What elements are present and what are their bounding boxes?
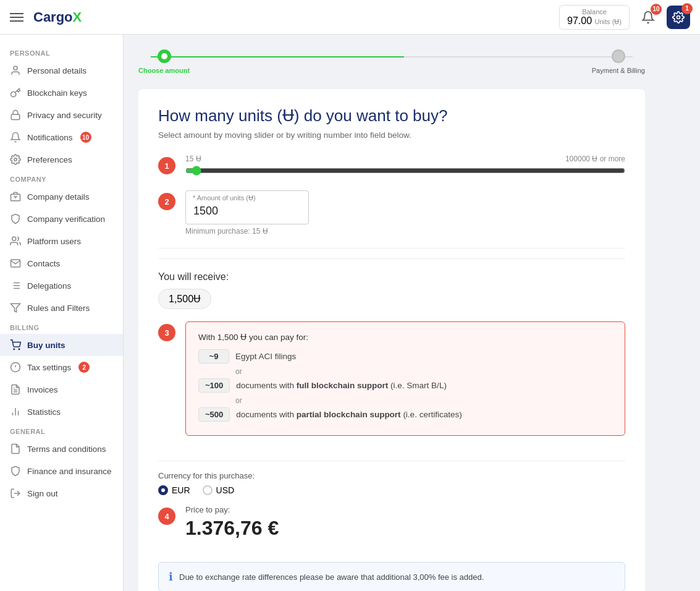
receive-value: 1,500Ʉ xyxy=(158,289,211,309)
payfor-row-1: ~9 Egypt ACI filings xyxy=(198,349,612,364)
person-icon xyxy=(10,65,21,76)
svg-point-3 xyxy=(14,158,17,161)
amount-input-section: * Amount of units (Ʉ) Minimum purchase: … xyxy=(185,190,625,236)
sidebar-label: Personal details xyxy=(27,66,86,75)
step-label-1: Choose amount xyxy=(138,67,190,74)
usd-label: USD xyxy=(216,485,235,495)
step-choose-amount: Choose amount xyxy=(138,49,190,74)
notifications-badge: 10 xyxy=(80,132,91,143)
main-card: How many units (Ʉ) do you want to buy? S… xyxy=(138,89,645,591)
sidebar: Personal Personal details Blockchain key… xyxy=(0,35,124,591)
step3-num: 3 xyxy=(158,324,175,341)
balance-box[interactable]: Balance 97.00 Units (Ʉ) xyxy=(559,5,630,30)
building-icon xyxy=(10,191,21,202)
svg-marker-14 xyxy=(11,304,20,312)
sidebar-label: Terms and conditions xyxy=(27,444,106,454)
sidebar-item-delegations[interactable]: Delegations xyxy=(0,274,123,297)
step-dot-2 xyxy=(612,49,625,63)
sidebar-item-buy-units[interactable]: Buy units xyxy=(0,334,123,356)
step4-num: 4 xyxy=(158,508,175,525)
sidebar-label: Platform users xyxy=(27,237,81,246)
filter-icon xyxy=(10,302,21,313)
svg-point-15 xyxy=(14,349,15,350)
step2-num: 2 xyxy=(158,193,175,210)
main-content: Choose amount Payment & Billing How many… xyxy=(124,35,700,591)
contacts-icon xyxy=(10,258,21,269)
currency-options: EUR USD xyxy=(158,485,625,495)
price-label: Price to pay: xyxy=(185,505,625,514)
sidebar-item-finance[interactable]: Finance and insurance xyxy=(0,460,123,482)
sidebar-item-contacts[interactable]: Contacts xyxy=(0,252,123,274)
step1-num: 1 xyxy=(158,157,175,174)
sidebar-item-company-verification[interactable]: Company verification xyxy=(0,208,123,230)
usd-radio[interactable] xyxy=(203,485,213,495)
eur-radio[interactable] xyxy=(158,485,168,495)
sidebar-item-invoices[interactable]: Invoices xyxy=(0,378,123,401)
settings-btn[interactable]: 1 xyxy=(667,6,690,29)
key-icon xyxy=(10,87,21,98)
sidebar-item-rules-filters[interactable]: Rules and Filters xyxy=(0,297,123,319)
notification-btn[interactable]: 10 xyxy=(637,6,659,28)
sidebar-item-notifications[interactable]: Notifications 10 xyxy=(0,126,123,148)
receive-label: You will receive: xyxy=(158,271,625,283)
sidebar-item-tax-settings[interactable]: Tax settings 2 xyxy=(0,356,123,378)
sidebar-item-privacy[interactable]: Privacy and security xyxy=(0,104,123,126)
slider-min: 15 Ʉ xyxy=(185,155,201,163)
payfor-text-2: documents with full blockchain support (… xyxy=(236,381,447,390)
sidebar-label: Company details xyxy=(27,192,90,202)
sidebar-item-statistics[interactable]: Statistics xyxy=(0,401,123,423)
nav-left: CargoX xyxy=(10,9,82,25)
payfor-chip-2: ~100 xyxy=(198,378,230,393)
sidebar-label: Buy units xyxy=(27,341,65,350)
sidebar-general-label: General xyxy=(0,423,123,438)
min-purchase-note: Minimum purchase: 15 Ʉ xyxy=(185,227,625,236)
sidebar-label: Privacy and security xyxy=(27,111,102,120)
progress-steps: Choose amount Payment & Billing xyxy=(138,49,645,74)
lock-icon xyxy=(10,109,21,121)
page-title: How many units (Ʉ) do you want to buy? xyxy=(158,106,625,125)
delegate-icon xyxy=(10,280,21,291)
currency-eur[interactable]: EUR xyxy=(158,485,190,495)
sidebar-personal-label: Personal xyxy=(0,45,123,59)
chart-icon xyxy=(10,406,21,417)
step4-row: 4 Price to pay: 1.376,76 € xyxy=(158,505,625,550)
svg-rect-2 xyxy=(11,114,20,119)
step3-row: 3 With 1,500 Ʉ you can pay for: ~9 Egypt… xyxy=(158,321,625,448)
hamburger-menu[interactable] xyxy=(10,13,23,22)
currency-usd[interactable]: USD xyxy=(203,485,235,495)
page-subtitle: Select amount by moving slider or by wri… xyxy=(158,130,625,140)
payfor-row-2: ~100 documents with full blockchain supp… xyxy=(198,378,612,393)
sidebar-item-preferences[interactable]: Preferences xyxy=(0,148,123,171)
sidebar-item-terms[interactable]: Terms and conditions xyxy=(0,438,123,460)
amount-field-label: * Amount of units (Ʉ) xyxy=(193,194,256,202)
svg-point-0 xyxy=(677,15,680,19)
sidebar-item-company-details[interactable]: Company details xyxy=(0,185,123,208)
sidebar-label: Statistics xyxy=(27,407,61,417)
payfor-section: With 1,500 Ʉ you can pay for: ~9 Egypt A… xyxy=(185,321,625,448)
svg-point-1 xyxy=(14,66,17,70)
shield-check-icon xyxy=(10,213,21,224)
step-label-2: Payment & Billing xyxy=(592,67,645,74)
sidebar-item-personal-details[interactable]: Personal details xyxy=(0,59,123,82)
logo-x: X xyxy=(73,9,82,25)
svg-point-16 xyxy=(19,349,20,350)
sidebar-label: Sign out xyxy=(27,489,58,498)
sidebar-label: Blockchain keys xyxy=(27,88,87,98)
step1-row: 1 15 Ʉ 100000 Ʉ or more xyxy=(158,155,625,178)
sidebar-label: Contacts xyxy=(27,259,60,268)
step-payment: Payment & Billing xyxy=(592,49,645,74)
eur-label: EUR xyxy=(172,485,190,495)
sidebar-item-blockchain-keys[interactable]: Blockchain keys xyxy=(0,82,123,104)
price-value: 1.376,76 € xyxy=(185,517,625,540)
people-icon xyxy=(10,236,21,247)
slider-track-wrap xyxy=(185,166,625,178)
bell-nav-icon xyxy=(10,132,21,143)
units-slider[interactable] xyxy=(185,166,625,176)
sidebar-item-platform-users[interactable]: Platform users xyxy=(0,230,123,252)
sidebar-billing-label: Billing xyxy=(0,319,123,334)
payfor-text-1: Egypt ACI filings xyxy=(235,352,296,361)
sidebar-item-signout[interactable]: Sign out xyxy=(0,482,123,504)
currency-label: Currency for this purchase: xyxy=(158,471,625,480)
shield2-icon xyxy=(10,466,21,477)
payfor-title: With 1,500 Ʉ you can pay for: xyxy=(198,332,612,342)
